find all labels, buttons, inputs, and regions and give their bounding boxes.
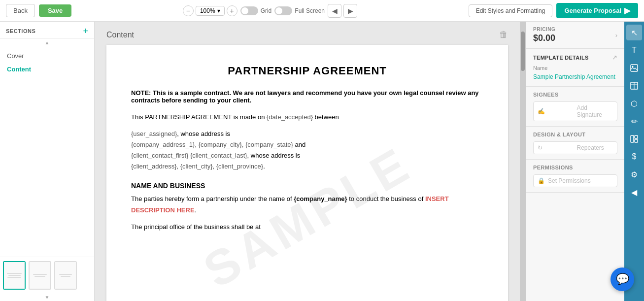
thumbnail-3[interactable] (54, 261, 77, 290)
scrollbar-thumb (521, 32, 525, 71)
document-body-3: The parties hereby form a partnership un… (131, 194, 483, 215)
table-icon-btn[interactable] (626, 78, 642, 94)
shape-icon-btn[interactable]: ⬡ (626, 96, 642, 111)
company-address-var: {company_address_1}, {company_city}, {co… (131, 141, 293, 148)
sections-title: SECTIONS (6, 28, 35, 34)
document-body-1: This PARTNERSHIP AGREEMENT is made on {d… (131, 112, 483, 123)
thumbnail-1[interactable] (3, 261, 26, 290)
delete-content-button[interactable]: 🗑 (499, 30, 508, 40)
cursor-icon-btn[interactable]: ↖ (626, 25, 642, 40)
thumb-line (8, 275, 21, 276)
main-area: SECTIONS + ▲ Cover Content (0, 22, 644, 301)
external-link-icon[interactable]: ↗ (612, 54, 617, 61)
name-field-label: Name (533, 65, 617, 71)
repeaters-row[interactable]: ↻ Repeaters (533, 141, 617, 154)
client-contact-var: {client_contact_first} {client_contact_l… (131, 152, 247, 159)
chat-icon: 💬 (616, 273, 629, 286)
svg-rect-7 (635, 139, 638, 142)
generate-label: Generate Proposal (564, 7, 621, 14)
pricing-link[interactable]: PRICING $0.00 › (533, 27, 617, 43)
signees-section: SIGNEES ✍ Add Signature (526, 87, 624, 127)
add-signature-row[interactable]: ✍ Add Signature (533, 101, 617, 121)
zoom-out-button[interactable]: − (183, 5, 194, 16)
zoom-percentage: 100% (200, 7, 215, 14)
grid-toggle-wrap: Grid (240, 6, 272, 15)
text-icon-btn[interactable]: T (626, 42, 642, 58)
thumb-line (33, 274, 47, 275)
thumb-line (7, 277, 21, 278)
date-var: {date_accepted} (267, 113, 313, 121)
image-icon-btn[interactable] (626, 60, 642, 76)
template-details-section: TEMPLATE DETAILS ↗ Name Sample Partnersh… (526, 49, 624, 87)
svg-rect-5 (631, 135, 634, 142)
client-address-var: {client_address}, {client_city}, {client… (131, 163, 263, 170)
content-area: Content 🗑 SAMPLE PARTNERSHIP AGREEMENT N… (95, 22, 520, 301)
edit-styles-button[interactable]: Edit Styles and Formatting (469, 4, 553, 17)
document-note: NOTE: This is a sample contract. We are … (131, 89, 483, 104)
zoom-in-button[interactable]: + (227, 5, 237, 16)
permissions-section: PERMISSIONS 🔒 Set Permissions (526, 160, 624, 193)
thumbnail-2[interactable] (29, 261, 51, 290)
topbar-left: Back Save (6, 4, 71, 17)
fullscreen-toggle-knob (275, 7, 282, 14)
lock-icon: 🔒 (538, 177, 545, 184)
insert-description: INSERT DESCRIPTION HERE (131, 195, 449, 213)
svg-point-1 (632, 66, 634, 67)
thumb-line (59, 274, 72, 275)
set-permissions-label: Set Permissions (548, 177, 591, 184)
prev-page-button[interactable]: ◀ (328, 4, 341, 18)
generate-arrow-icon: ▶ (624, 6, 630, 15)
design-layout-section: DESIGN & LAYOUT ↻ Repeaters (526, 127, 624, 160)
document-page[interactable]: SAMPLE PARTNERSHIP AGREEMENT NOTE: This … (106, 45, 508, 301)
scroll-down-button[interactable]: ▼ (0, 294, 94, 301)
center-scrollbar[interactable] (520, 22, 526, 301)
document-body-2: {user_assigned}, whose address is {compa… (131, 129, 483, 172)
generate-proposal-button[interactable]: Generate Proposal ▶ (556, 3, 638, 18)
save-button[interactable]: Save (39, 4, 71, 17)
fullscreen-toggle-wrap: Full Screen (274, 6, 325, 15)
user-assigned-var: {user_assigned} (131, 130, 177, 137)
design-layout-label: DESIGN & LAYOUT (533, 132, 617, 137)
chat-button[interactable]: 💬 (610, 268, 634, 291)
icon-strip: ↖ T ⬡ ✏ $ ⚙ ◀ (624, 22, 644, 301)
company-name-var: {company_name} (294, 195, 347, 202)
document-title: PARTNERSHIP AGREEMENT (131, 65, 483, 77)
sidebar-item-content[interactable]: Content (0, 63, 94, 76)
settings-icon-btn[interactable]: ⚙ (626, 167, 642, 182)
set-permissions-row[interactable]: 🔒 Set Permissions (533, 174, 617, 187)
thumb-line (61, 276, 70, 277)
navigation-arrows: ◀ ▶ (328, 4, 357, 18)
right-sidebar: PRICING $0.00 › TEMPLATE DETAILS ↗ Name … (526, 22, 624, 301)
zoom-value-display[interactable]: 100% ▾ (196, 6, 225, 16)
document-body-4: The principal office of the business sha… (131, 222, 483, 233)
signature-icon: ✍ (538, 108, 574, 115)
thumb-line (34, 276, 45, 277)
section-name-business: NAME AND BUSINESS (131, 182, 483, 190)
zoom-control: − 100% ▾ + (183, 5, 237, 16)
dollar-icon-btn[interactable]: $ (626, 149, 642, 165)
zoom-dropdown-icon: ▾ (217, 7, 220, 14)
layout-icon-btn[interactable] (626, 131, 642, 147)
template-details-title: TEMPLATE DETAILS (533, 55, 589, 61)
grid-toggle-knob (241, 7, 248, 14)
pricing-content: PRICING $0.00 (533, 27, 555, 43)
scroll-up-button[interactable]: ▲ (0, 39, 94, 46)
grid-toggle[interactable] (240, 6, 258, 15)
page-thumbnails (0, 257, 94, 294)
sections-header: SECTIONS + (0, 22, 94, 39)
pricing-chevron-icon: › (615, 32, 617, 39)
sidebar-item-cover[interactable]: Cover (0, 49, 94, 63)
back-button[interactable]: Back (6, 4, 35, 17)
svg-rect-6 (635, 135, 638, 138)
section-list: Cover Content (0, 46, 94, 257)
thumb-inner-1 (4, 262, 25, 289)
thumb-line (7, 273, 22, 274)
next-page-button[interactable]: ▶ (343, 4, 357, 18)
add-signature-placeholder: Add Signature (577, 104, 613, 118)
add-section-button[interactable]: + (83, 27, 88, 35)
fullscreen-label: Full Screen (295, 7, 325, 14)
pen-icon-btn[interactable]: ✏ (626, 113, 642, 129)
collapse-icon-btn[interactable]: ◀ (626, 184, 642, 200)
fullscreen-toggle[interactable] (274, 6, 292, 15)
name-field-value: Sample Partnership Agreement (533, 73, 617, 81)
